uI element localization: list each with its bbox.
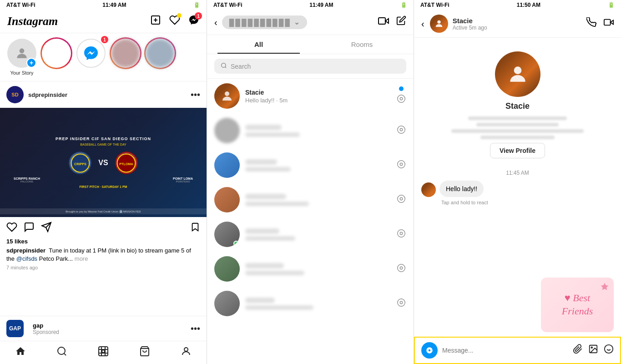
messenger-story-wrap: 1	[76, 39, 106, 68]
messenger-badge: 1	[195, 12, 202, 20]
baseball-poster: PREP INSIDER CIF SAN DIEGO SECTION BASEB…	[0, 108, 207, 217]
svg-point-31	[398, 195, 405, 202]
messages-back-button[interactable]: ‹	[214, 17, 217, 28]
dropdown-icon: ⌄	[294, 18, 300, 26]
chat-profile-name: Stacie	[505, 101, 530, 111]
nav-home-button[interactable]	[15, 346, 26, 359]
story-item-4[interactable]	[146, 39, 175, 76]
conv-avatar-stacie	[214, 83, 240, 109]
chat-header: ‹ Stacie Active 5m ago	[414, 10, 621, 38]
story-avatar-4	[146, 39, 175, 68]
poster-title: PREP INSIDER CIF SAN DIEGO SECTION	[56, 136, 151, 141]
poster-date: FIRST PITCH · SATURDAY 1 PM	[80, 185, 127, 188]
svg-point-13	[102, 350, 105, 353]
chat-camera-button[interactable]	[421, 342, 438, 359]
conversation-7[interactable]	[207, 286, 414, 321]
messages-header-icons	[378, 15, 406, 29]
messenger-button[interactable]: 1	[188, 15, 199, 28]
conv-camera-3[interactable]	[396, 159, 406, 172]
conv-camera-6[interactable]	[396, 263, 406, 275]
like-button[interactable]	[6, 222, 17, 235]
share-button[interactable]	[41, 222, 52, 235]
conv-preview-blurred-5	[245, 236, 295, 241]
your-story-label: Your Story	[10, 70, 34, 76]
add-story-button[interactable]: +	[26, 58, 36, 68]
chat-time-divider: 11:45 AM	[421, 165, 614, 181]
svg-line-11	[64, 354, 66, 355]
post-user[interactable]: SD sdprepinsider	[6, 86, 67, 103]
emoji-button[interactable]	[604, 344, 614, 357]
msg-sender-avatar	[421, 182, 436, 197]
conv-name-blurred-2	[245, 125, 282, 130]
conv-camera-2[interactable]	[396, 125, 406, 137]
chat-phone-button[interactable]	[586, 17, 596, 30]
gap-options[interactable]: •••	[191, 324, 200, 334]
conv-camera-7[interactable]	[396, 298, 406, 310]
compose-button[interactable]	[396, 15, 406, 29]
post-options-button[interactable]: •••	[191, 90, 200, 100]
chat-back-button[interactable]: ‹	[421, 19, 424, 29]
chat-video-button[interactable]	[604, 17, 614, 30]
svg-point-26	[400, 97, 403, 100]
messages-username-bar[interactable]: ██████████ ⌄	[222, 15, 307, 29]
conv-preview-stacie: Hello lady!! · 5m	[245, 97, 391, 104]
conv-avatar-2	[214, 118, 240, 143]
tab-all[interactable]: All	[207, 35, 310, 54]
svg-point-36	[400, 267, 403, 269]
chat-status: Active 5m ago	[453, 25, 487, 31]
conversation-5[interactable]	[207, 217, 414, 252]
svg-rect-41	[604, 20, 611, 25]
team2-info: POINT LOMA POINTERS	[173, 177, 193, 183]
conversation-6[interactable]	[207, 252, 414, 286]
svg-point-10	[58, 347, 65, 354]
feed-panel: AT&T Wi-Fi 11:49 AM 🔋 Instagram	[0, 0, 207, 364]
conversation-stacie[interactable]: Stacie Hello lady!! · 5m	[207, 79, 414, 113]
chat-header-icons	[586, 17, 614, 30]
chat-input-icons	[573, 344, 614, 357]
caption-more[interactable]: more	[75, 255, 88, 262]
story-item-1[interactable]	[42, 39, 71, 76]
svg-point-29	[398, 160, 405, 168]
attach-button[interactable]	[573, 344, 583, 357]
caption-link[interactable]: @cifsds	[16, 255, 37, 262]
messenger-story-item[interactable]: 1	[76, 39, 106, 76]
gap-user[interactable]: GAP gap Sponsored	[6, 320, 59, 337]
conv-camera-stacie[interactable]	[396, 94, 406, 106]
add-post-button[interactable]	[150, 15, 161, 28]
gap-name: gap	[33, 322, 59, 329]
nav-search-button[interactable]	[56, 346, 67, 359]
conv-camera-4[interactable]	[396, 194, 406, 206]
svg-point-44	[429, 349, 431, 352]
conversation-4[interactable]	[207, 182, 414, 217]
conv-avatar-6	[214, 256, 240, 282]
image-button[interactable]	[588, 344, 598, 357]
message-bubble-1[interactable]: Hello lady!!	[439, 181, 484, 197]
team2-mascot: POINTERS	[173, 180, 193, 183]
your-story-item[interactable]: + Your Story	[7, 39, 36, 76]
conv-meta-3	[396, 159, 406, 172]
chat-profile-avatar	[495, 51, 540, 97]
conv-camera-5[interactable]	[396, 228, 406, 241]
tab-rooms[interactable]: Rooms	[310, 35, 414, 54]
video-call-button[interactable]	[378, 15, 389, 29]
nav-shop-button[interactable]	[139, 346, 150, 359]
conv-content-4	[245, 194, 391, 206]
conversation-2[interactable]	[207, 113, 414, 148]
conv-content-6	[245, 263, 391, 275]
story-item-3[interactable]	[111, 39, 140, 76]
view-profile-button[interactable]: View Profile	[490, 143, 545, 158]
svg-point-30	[400, 163, 403, 166]
bookmark-button[interactable]	[190, 222, 200, 235]
messenger-circle: 1	[76, 39, 106, 68]
conv-name-blurred-5	[245, 228, 279, 234]
message-input[interactable]	[442, 347, 568, 354]
likes-button[interactable]	[169, 15, 180, 28]
conversation-3[interactable]	[207, 148, 414, 182]
messages-time: 11:49 AM	[309, 2, 333, 8]
nav-reels-button[interactable]	[98, 346, 109, 359]
blur-row-3	[451, 129, 583, 133]
search-input-wrap[interactable]: Search	[214, 59, 406, 74]
nav-profile-button[interactable]	[181, 346, 192, 359]
comment-button[interactable]	[24, 222, 35, 235]
best-friends-image: ♥ BestFriends	[541, 278, 614, 332]
